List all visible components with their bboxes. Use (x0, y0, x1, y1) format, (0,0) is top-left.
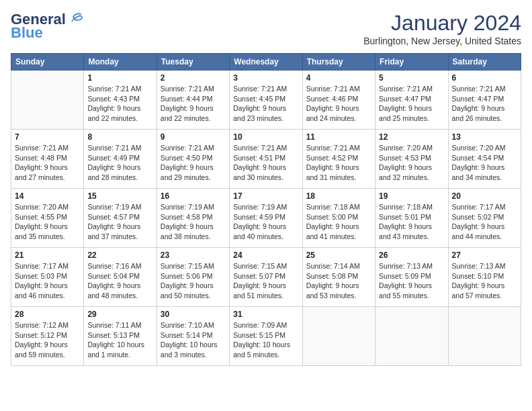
calendar-cell: 12 Sunrise: 7:20 AM Sunset: 4:53 PM Dayl… (375, 130, 448, 189)
calendar-cell: 31 Sunrise: 7:09 AM Sunset: 5:15 PM Dayl… (230, 307, 302, 366)
day-number: 15 (87, 191, 152, 201)
calendar-cell: 16 Sunrise: 7:19 AM Sunset: 4:58 PM Dayl… (157, 189, 229, 248)
day-info: Sunrise: 7:21 AM Sunset: 4:46 PM Dayligh… (306, 84, 371, 124)
day-number: 26 (379, 250, 444, 260)
logo-blue-text: Blue (11, 24, 43, 42)
day-number: 28 (15, 310, 80, 319)
calendar-cell: 3 Sunrise: 7:21 AM Sunset: 4:45 PM Dayli… (230, 71, 302, 130)
calendar-cell: 28 Sunrise: 7:12 AM Sunset: 5:12 PM Dayl… (11, 307, 84, 366)
day-info: Sunrise: 7:15 AM Sunset: 5:06 PM Dayligh… (161, 261, 226, 301)
calendar-cell: 23 Sunrise: 7:15 AM Sunset: 5:06 PM Dayl… (157, 248, 229, 307)
col-tuesday: Tuesday (157, 54, 229, 71)
calendar-cell: 9 Sunrise: 7:21 AM Sunset: 4:50 PM Dayli… (157, 130, 229, 189)
calendar-cell: 1 Sunrise: 7:21 AM Sunset: 4:43 PM Dayli… (84, 71, 157, 130)
calendar-header-row: Sunday Monday Tuesday Wednesday Thursday… (11, 54, 521, 71)
calendar-week-row: 1 Sunrise: 7:21 AM Sunset: 4:43 PM Dayli… (11, 71, 521, 130)
calendar-cell: 17 Sunrise: 7:19 AM Sunset: 4:59 PM Dayl… (230, 189, 302, 248)
day-info: Sunrise: 7:16 AM Sunset: 5:04 PM Dayligh… (87, 261, 152, 301)
col-thursday: Thursday (302, 54, 375, 71)
calendar-cell: 22 Sunrise: 7:16 AM Sunset: 5:04 PM Dayl… (84, 248, 157, 307)
calendar-cell: 7 Sunrise: 7:21 AM Sunset: 4:48 PM Dayli… (11, 130, 84, 189)
day-number: 1 (87, 73, 152, 83)
calendar-cell: 13 Sunrise: 7:20 AM Sunset: 4:54 PM Dayl… (448, 130, 521, 189)
day-number: 17 (233, 191, 298, 201)
day-info: Sunrise: 7:18 AM Sunset: 5:01 PM Dayligh… (379, 202, 444, 242)
day-number: 10 (233, 132, 298, 142)
day-info: Sunrise: 7:21 AM Sunset: 4:48 PM Dayligh… (15, 143, 80, 183)
day-number: 14 (15, 191, 80, 201)
day-info: Sunrise: 7:19 AM Sunset: 4:57 PM Dayligh… (87, 202, 152, 242)
day-number: 6 (452, 73, 517, 83)
day-number: 23 (161, 250, 226, 260)
day-info: Sunrise: 7:21 AM Sunset: 4:43 PM Dayligh… (87, 84, 152, 124)
day-info: Sunrise: 7:17 AM Sunset: 5:02 PM Dayligh… (452, 202, 517, 242)
day-number: 31 (233, 310, 298, 319)
day-number: 29 (87, 310, 152, 319)
calendar-cell: 20 Sunrise: 7:17 AM Sunset: 5:02 PM Dayl… (448, 189, 521, 248)
day-number: 21 (15, 250, 80, 260)
day-number: 2 (161, 73, 226, 83)
calendar-week-row: 28 Sunrise: 7:12 AM Sunset: 5:12 PM Dayl… (11, 307, 521, 366)
calendar-cell: 18 Sunrise: 7:18 AM Sunset: 5:00 PM Dayl… (302, 189, 375, 248)
day-number: 19 (379, 191, 444, 201)
calendar-week-row: 7 Sunrise: 7:21 AM Sunset: 4:48 PM Dayli… (11, 130, 521, 189)
day-number: 11 (306, 132, 371, 142)
day-number: 9 (161, 132, 226, 142)
calendar-cell: 26 Sunrise: 7:13 AM Sunset: 5:09 PM Dayl… (375, 248, 448, 307)
logo-bird-icon (69, 11, 83, 25)
col-friday: Friday (375, 54, 448, 71)
calendar-week-row: 14 Sunrise: 7:20 AM Sunset: 4:55 PM Dayl… (11, 189, 521, 248)
calendar-cell (302, 307, 375, 366)
calendar-cell: 14 Sunrise: 7:20 AM Sunset: 4:55 PM Dayl… (11, 189, 84, 248)
day-number: 27 (452, 250, 517, 260)
day-number: 12 (379, 132, 444, 142)
day-info: Sunrise: 7:21 AM Sunset: 4:47 PM Dayligh… (379, 84, 444, 124)
day-info: Sunrise: 7:20 AM Sunset: 4:53 PM Dayligh… (379, 143, 444, 183)
day-number: 8 (87, 132, 152, 142)
day-info: Sunrise: 7:13 AM Sunset: 5:10 PM Dayligh… (452, 261, 517, 301)
location: Burlington, New Jersey, United States (363, 36, 521, 46)
day-info: Sunrise: 7:11 AM Sunset: 5:13 PM Dayligh… (87, 320, 152, 360)
day-info: Sunrise: 7:20 AM Sunset: 4:54 PM Dayligh… (452, 143, 517, 183)
page-container: General Blue January 2024 Burlington, Ne… (0, 0, 532, 371)
day-info: Sunrise: 7:21 AM Sunset: 4:47 PM Dayligh… (452, 84, 517, 124)
day-info: Sunrise: 7:20 AM Sunset: 4:55 PM Dayligh… (15, 202, 80, 242)
day-number: 4 (306, 73, 371, 83)
day-number: 3 (233, 73, 298, 83)
day-number: 13 (452, 132, 517, 142)
day-info: Sunrise: 7:21 AM Sunset: 4:51 PM Dayligh… (233, 143, 298, 183)
day-number: 18 (306, 191, 371, 201)
calendar-cell: 15 Sunrise: 7:19 AM Sunset: 4:57 PM Dayl… (84, 189, 157, 248)
col-sunday: Sunday (11, 54, 84, 71)
logo: General Blue (11, 11, 83, 42)
day-info: Sunrise: 7:14 AM Sunset: 5:08 PM Dayligh… (306, 261, 371, 301)
col-wednesday: Wednesday (230, 54, 302, 71)
calendar-cell: 27 Sunrise: 7:13 AM Sunset: 5:10 PM Dayl… (448, 248, 521, 307)
title-section: January 2024 Burlington, New Jersey, Uni… (363, 11, 521, 46)
calendar-cell: 11 Sunrise: 7:21 AM Sunset: 4:52 PM Dayl… (302, 130, 375, 189)
calendar-cell: 24 Sunrise: 7:15 AM Sunset: 5:07 PM Dayl… (230, 248, 302, 307)
calendar-table: Sunday Monday Tuesday Wednesday Thursday… (11, 53, 521, 366)
day-number: 22 (87, 250, 152, 260)
calendar-cell (11, 71, 84, 130)
day-info: Sunrise: 7:21 AM Sunset: 4:45 PM Dayligh… (233, 84, 298, 124)
day-info: Sunrise: 7:21 AM Sunset: 4:50 PM Dayligh… (161, 143, 226, 183)
month-title: January 2024 (363, 11, 521, 36)
day-info: Sunrise: 7:21 AM Sunset: 4:44 PM Dayligh… (161, 84, 226, 124)
calendar-cell: 2 Sunrise: 7:21 AM Sunset: 4:44 PM Dayli… (157, 71, 229, 130)
col-monday: Monday (84, 54, 157, 71)
day-info: Sunrise: 7:17 AM Sunset: 5:03 PM Dayligh… (15, 261, 80, 301)
day-number: 24 (233, 250, 298, 260)
calendar-cell: 30 Sunrise: 7:10 AM Sunset: 5:14 PM Dayl… (157, 307, 229, 366)
col-saturday: Saturday (448, 54, 521, 71)
day-number: 20 (452, 191, 517, 201)
calendar-cell: 4 Sunrise: 7:21 AM Sunset: 4:46 PM Dayli… (302, 71, 375, 130)
day-number: 30 (161, 310, 226, 319)
calendar-cell: 5 Sunrise: 7:21 AM Sunset: 4:47 PM Dayli… (375, 71, 448, 130)
calendar-cell: 19 Sunrise: 7:18 AM Sunset: 5:01 PM Dayl… (375, 189, 448, 248)
day-number: 16 (161, 191, 226, 201)
calendar-cell (375, 307, 448, 366)
calendar-cell: 6 Sunrise: 7:21 AM Sunset: 4:47 PM Dayli… (448, 71, 521, 130)
day-info: Sunrise: 7:13 AM Sunset: 5:09 PM Dayligh… (379, 261, 444, 301)
day-info: Sunrise: 7:09 AM Sunset: 5:15 PM Dayligh… (233, 320, 298, 360)
